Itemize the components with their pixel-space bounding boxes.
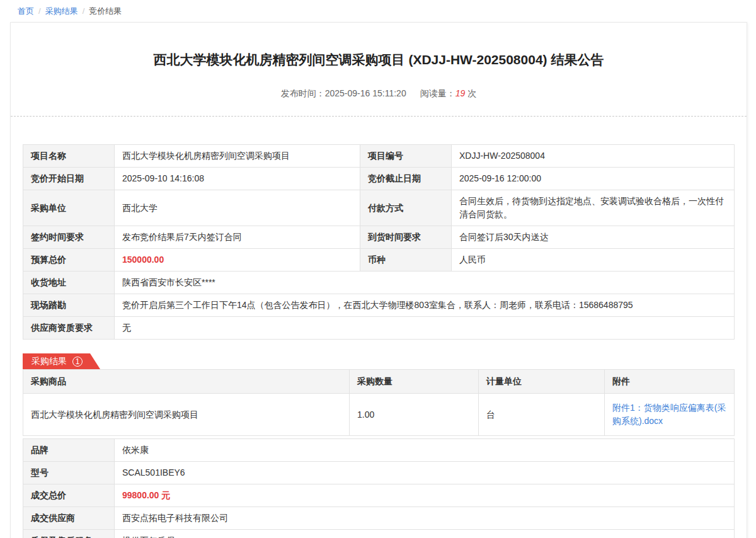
table-row: 签约时间要求 发布竞价结果后7天内签订合同 到货时间要求 合同签订后30天内送达 <box>23 226 735 249</box>
project-info-table: 项目名称 西北大学模块化机房精密列间空调采购项目 项目编号 XDJJ-HW-20… <box>23 144 735 340</box>
publish-time-value: 2025-09-16 15:11:20 <box>325 88 406 98</box>
supplier-value: 西安点拓电子科技有限公司 <box>115 507 735 530</box>
table-row: 现场踏勘 竞价开启后第三个工作日下午14点（包含公告发布日），在西北大学物理楼8… <box>23 294 735 317</box>
info-value: 发布竞价结果后7天内签订合同 <box>115 226 360 249</box>
publish-time-label: 发布时间： <box>281 88 325 98</box>
column-header-attachment: 附件 <box>605 370 735 394</box>
table-row: 采购单位 西北大学 付款方式 合同生效后，待货物到达指定地点、安装调试验收合格后… <box>23 190 735 226</box>
unit-cell: 台 <box>479 394 605 436</box>
breadcrumb-current-page: 竞价结果 <box>89 6 122 16</box>
publish-info-line: 发布时间：2025-09-16 15:11:20阅读量：19次 <box>23 88 735 100</box>
attachment-link[interactable]: 附件1：货物类响应偏离表(采购系统).docx <box>612 403 726 426</box>
result-items-table: 采购商品 采购数量 计量单位 附件 西北大学模块化机房精密列间空调采购项目 1.… <box>23 369 735 436</box>
column-header-quantity: 采购数量 <box>350 370 479 394</box>
detail-label: 品牌 <box>23 439 115 462</box>
info-label: 收货地址 <box>23 272 115 294</box>
detail-label: 成交总价 <box>23 484 115 507</box>
read-count-label: 阅读量： <box>420 88 455 98</box>
info-value: XDJJ-HW-202508004 <box>452 145 735 168</box>
breadcrumb: 首页/采购结果/竞价结果 <box>0 0 756 22</box>
info-value: 西北大学模块化机房精密列间空调采购项目 <box>115 145 360 168</box>
table-row: 成交总价 99800.00 元 <box>23 484 735 507</box>
attachment-cell: 附件1：货物类响应偏离表(采购系统).docx <box>605 394 735 436</box>
info-value: 人民币 <box>452 249 735 272</box>
table-row: 收货地址 陕西省西安市长安区**** <box>23 272 735 294</box>
table-row: 型号 SCAL501IBEY6 <box>23 462 735 484</box>
purchase-result-badge: 采购结果 1 <box>23 353 100 369</box>
column-header-product: 采购商品 <box>23 370 350 394</box>
info-label: 供应商资质要求 <box>23 317 115 340</box>
detail-label: 型号 <box>23 462 115 484</box>
deal-total-price: 99800.00 元 <box>115 484 735 507</box>
info-value: 2025-09-10 14:16:08 <box>115 168 360 190</box>
read-count-unit: 次 <box>467 88 476 98</box>
breadcrumb-home-link[interactable]: 首页 <box>18 6 34 16</box>
brand-value: 依米康 <box>115 439 735 462</box>
breadcrumb-separator: / <box>83 6 85 16</box>
info-label: 项目编号 <box>360 145 452 168</box>
detail-label: 质保及售后服务 <box>23 530 115 538</box>
announcement-card: 西北大学模块化机房精密列间空调采购项目 (XDJJ-HW-202508004) … <box>10 22 747 538</box>
quantity-cell: 1.00 <box>350 394 479 436</box>
info-label: 项目名称 <box>23 145 115 168</box>
purchase-result-badge-label: 采购结果 <box>32 356 67 367</box>
detail-label: 成交供应商 <box>23 507 115 530</box>
table-header-row: 采购商品 采购数量 计量单位 附件 <box>23 370 735 394</box>
info-value: 竞价开启后第三个工作日下午14点（包含公告发布日），在西北大学物理楼803室集合… <box>115 294 735 317</box>
divider <box>11 116 747 117</box>
info-value: 西北大学 <box>115 190 360 226</box>
info-value: 合同生效后，待货物到达指定地点、安装调试验收合格后，一次性付清合同货款。 <box>452 190 735 226</box>
table-row: 项目名称 西北大学模块化机房精密列间空调采购项目 项目编号 XDJJ-HW-20… <box>23 145 735 168</box>
column-header-unit: 计量单位 <box>479 370 605 394</box>
table-row: 西北大学模块化机房精密列间空调采购项目 1.00 台 附件1：货物类响应偏离表(… <box>23 394 735 436</box>
budget-total-price: 150000.00 <box>115 249 360 272</box>
product-name-cell: 西北大学模块化机房精密列间空调采购项目 <box>23 394 350 436</box>
info-label: 签约时间要求 <box>23 226 115 249</box>
table-row: 成交供应商 西安点拓电子科技有限公司 <box>23 507 735 530</box>
info-value: 陕西省西安市长安区**** <box>115 272 735 294</box>
info-value: 合同签订后30天内送达 <box>452 226 735 249</box>
info-label: 采购单位 <box>23 190 115 226</box>
table-row: 品牌 依米康 <box>23 439 735 462</box>
info-label: 现场踏勘 <box>23 294 115 317</box>
info-value: 无 <box>115 317 735 340</box>
breadcrumb-separator: / <box>38 6 41 16</box>
table-row: 竞价开始日期 2025-09-10 14:16:08 竞价截止日期 2025-0… <box>23 168 735 190</box>
model-value: SCAL501IBEY6 <box>115 462 735 484</box>
table-row: 质保及售后服务 提供五年质保。 <box>23 530 735 538</box>
page-title: 西北大学模块化机房精密列间空调采购项目 (XDJJ-HW-202508004) … <box>23 23 735 68</box>
warranty-value: 提供五年质保。 <box>115 530 735 538</box>
info-label: 预算总价 <box>23 249 115 272</box>
result-count-badge: 1 <box>72 357 83 367</box>
info-label: 竞价截止日期 <box>360 168 452 190</box>
info-label: 竞价开始日期 <box>23 168 115 190</box>
info-label: 币种 <box>360 249 452 272</box>
result-detail-table: 品牌 依米康 型号 SCAL501IBEY6 成交总价 99800.00 元 成… <box>23 438 735 538</box>
table-row: 供应商资质要求 无 <box>23 317 735 340</box>
read-count-value: 19 <box>455 88 466 98</box>
breadcrumb-purchase-results-link[interactable]: 采购结果 <box>45 6 78 16</box>
info-value: 2025-09-16 12:00:00 <box>452 168 735 190</box>
table-row: 预算总价 150000.00 币种 人民币 <box>23 249 735 272</box>
info-label: 到货时间要求 <box>360 226 452 249</box>
info-label: 付款方式 <box>360 190 452 226</box>
